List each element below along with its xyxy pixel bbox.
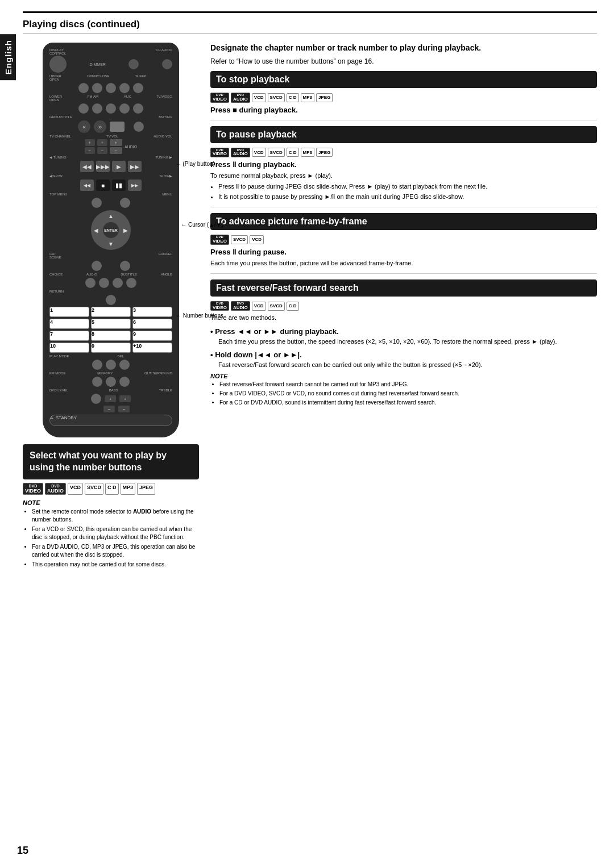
badge-vcd: VCD <box>68 483 83 495</box>
language-tab: English <box>0 34 16 80</box>
pause-box-title: To pause playback <box>216 130 591 140</box>
fast-bullet1-title: • Press ◄◄ or ►► during playback. <box>210 327 597 336</box>
advance-instruction: Press Ⅱ during pause. <box>210 248 597 256</box>
badge-mp3: MP3 <box>121 483 136 495</box>
badge-dvd-video: DVD VIDEO <box>23 483 43 495</box>
num-btn-0[interactable]: 0 <box>91 343 131 353</box>
num-btn-8[interactable]: 8 <box>91 331 131 341</box>
remote-control-image: DISPLAYCONTROL CH AUDIO DIMMER UPPEROPEN… <box>43 43 179 437</box>
num-btn-3[interactable]: 3 <box>132 307 172 317</box>
num-btn-4[interactable]: 4 <box>49 319 89 329</box>
pause-badge-mp3: MP3 <box>301 148 314 157</box>
page-header: Playing discs (continued) <box>23 19 597 34</box>
fast-badge-cd: C D <box>287 302 299 311</box>
num-btn-6[interactable]: 6 <box>132 319 172 329</box>
select-note-1: Set the remote control mode selector to … <box>32 508 199 524</box>
num-btn-1[interactable]: 1 <box>49 307 89 317</box>
num-btn-7[interactable]: 7 <box>49 331 89 341</box>
fast-bullet2-title: • Hold down |◄◄ or ►►|. <box>210 350 597 359</box>
pause-badge-dvd-video: DVDVIDEO <box>210 148 229 157</box>
refer-text: Refer to “How to use the number buttons”… <box>210 57 597 65</box>
select-section-title: Select what you want to play by using th… <box>30 450 192 474</box>
badge-dvd-audio: DVD AUDIO <box>45 483 66 495</box>
fast-section-box: Fast reverse/Fast forward search <box>210 279 597 297</box>
fast-note-2: For a DVD VIDEO, SVCD or VCD, no sound c… <box>219 390 597 398</box>
num-btn-5[interactable]: 5 <box>91 319 131 329</box>
pause-badge-cd: C D <box>287 148 299 157</box>
num-btn-9[interactable]: 9 <box>132 331 172 341</box>
badge-cd: C D <box>105 483 119 495</box>
fast-note-1: Fast reverse/Fast forward search cannot … <box>219 381 597 389</box>
fast-badge-dvd-video: DVDVIDEO <box>210 301 229 311</box>
pause-resume-text: To resume normal playback, press ► (play… <box>210 172 597 180</box>
badge-jpeg: JPEG <box>137 483 155 495</box>
stop-badge-cd: C D <box>287 93 299 102</box>
num-btn-plus10[interactable]: +10 <box>132 343 172 353</box>
fast-bullet1-detail: Each time you press the button, the spee… <box>210 337 597 346</box>
pause-bullet-2: It is not possible to pause by pressing … <box>218 193 597 201</box>
cursor-annotation: ← Cursor (▲/▼) <box>181 222 223 228</box>
stop-badge-dvd-audio: DVDAUDIO <box>231 93 250 102</box>
fast-badge-vcd: VCD <box>252 302 266 311</box>
select-note-3: For a DVD AUDIO, CD, MP3 or JPEG, this o… <box>32 543 199 559</box>
fast-box-title: Fast reverse/Fast forward search <box>216 283 591 293</box>
advance-detail: Each time you press the button, picture … <box>210 259 597 268</box>
pause-instruction: Press Ⅱ during playback. <box>210 160 597 169</box>
stop-section-box: To stop playback <box>210 71 597 88</box>
select-section-box: Select what you want to play by using th… <box>23 444 199 479</box>
pause-badge-vcd: VCD <box>252 148 266 157</box>
pause-badge-svcd: SVCD <box>268 148 285 157</box>
designate-title: Designate the chapter number or track nu… <box>210 43 597 53</box>
advance-badge-dvd-video: DVDVIDEO <box>210 235 229 244</box>
num-btn-2[interactable]: 2 <box>91 307 131 317</box>
select-note-title: NOTE <box>23 499 199 506</box>
advance-box-title: To advance picture frame-by-frame <box>216 216 591 227</box>
stop-badge-dvd-video: DVDVIDEO <box>210 93 229 102</box>
stop-badge-mp3: MP3 <box>301 93 314 102</box>
fast-badge-svcd: SVCD <box>268 302 285 311</box>
advance-badge-svcd: SVCD <box>231 235 248 244</box>
pause-badge-dvd-audio: DVDAUDIO <box>231 148 250 157</box>
num-btn-10[interactable]: 10 <box>49 343 89 353</box>
fast-badge-dvd-audio: DVDAUDIO <box>231 301 250 311</box>
stop-instruction: Press ■ during playback. <box>210 106 597 114</box>
select-note-4: This operation may not be carried out fo… <box>32 561 199 569</box>
stop-badge-svcd: SVCD <box>268 93 285 102</box>
standby-button[interactable]: A. STANDBY <box>49 415 172 426</box>
advance-badge-vcd: VCD <box>250 235 264 244</box>
stop-badge-vcd: VCD <box>252 93 266 102</box>
pause-section-box: To pause playback <box>210 126 597 143</box>
fast-bullet2-detail: Fast reverse/Fast forward search can be … <box>210 361 597 369</box>
stop-badge-jpeg: JPEG <box>316 93 333 102</box>
badge-svcd: SVCD <box>85 483 103 495</box>
fast-intro: There are two methods. <box>210 314 597 322</box>
advance-section-box: To advance picture frame-by-frame <box>210 213 597 230</box>
number-buttons-annotation: ← Number buttons <box>176 312 223 319</box>
stop-box-title: To stop playback <box>216 74 591 85</box>
pause-bullet-1: Press Ⅱ to pause during JPEG disc slide-… <box>218 182 597 191</box>
fast-note-title: NOTE <box>210 373 597 379</box>
select-note-2: For a VCD or SVCD, this operation can be… <box>32 525 199 541</box>
fast-note-3: For a CD or DVD AUDIO, sound is intermit… <box>219 399 597 407</box>
pause-badge-jpeg: JPEG <box>316 148 333 157</box>
play-button-annotation: ← (Play button) <box>176 161 215 167</box>
page-number: 15 <box>17 845 28 857</box>
